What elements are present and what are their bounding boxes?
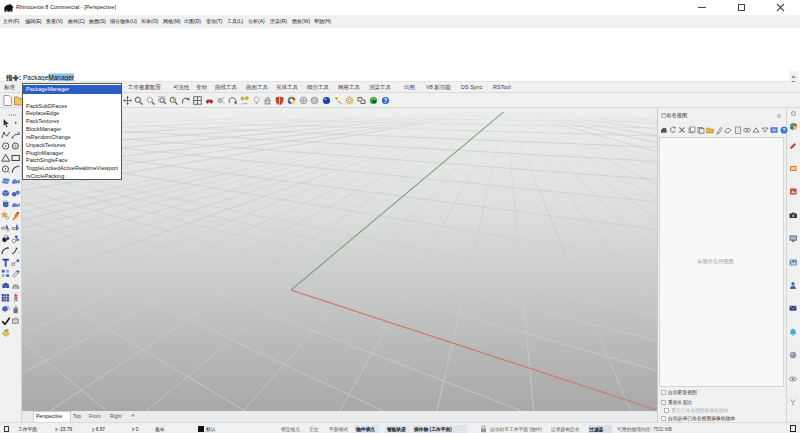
svg-text:?: ? — [383, 97, 387, 104]
svg-text:?: ? — [782, 127, 786, 133]
